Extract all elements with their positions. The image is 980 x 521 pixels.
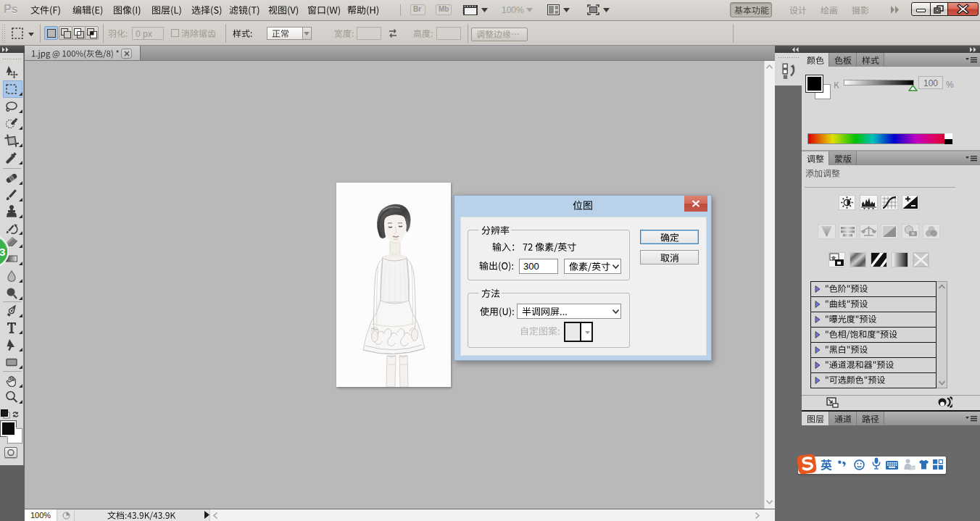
svg-text:3: 3 [0, 246, 5, 258]
svg-text:15: 15 [909, 464, 915, 471]
